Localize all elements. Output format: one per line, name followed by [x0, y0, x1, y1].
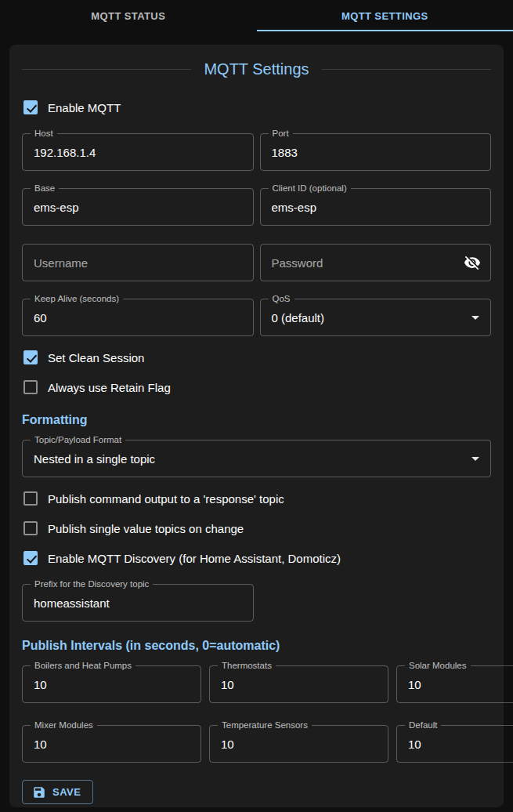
chevron-down-icon — [471, 457, 479, 461]
topic-format-select[interactable]: Topic/Payload Format Nested in a single … — [22, 440, 491, 477]
interval-mixer-input[interactable] — [23, 738, 201, 751]
retain-flag-row[interactable]: Always use Retain Flag — [22, 372, 491, 402]
publish-single-label: Publish single value topics on change — [48, 522, 244, 535]
base-input[interactable] — [23, 201, 253, 214]
enable-mqtt-checkbox[interactable] — [23, 100, 38, 114]
discovery-row[interactable]: Enable MQTT Discovery (for Home Assistan… — [22, 543, 491, 573]
discovery-prefix-field[interactable]: Prefix for the Discovery topic — [22, 584, 254, 622]
intervals-section-heading: Publish Intervals (in seconds, 0=automat… — [22, 639, 491, 653]
interval-default-field[interactable]: Default — [396, 725, 513, 763]
password-field[interactable] — [260, 244, 492, 281]
host-input[interactable] — [23, 146, 253, 159]
clean-session-label: Set Clean Session — [48, 351, 144, 364]
host-label: Host — [31, 129, 57, 139]
retain-flag-label: Always use Retain Flag — [48, 381, 171, 394]
keep-alive-field[interactable]: Keep Alive (seconds) — [22, 299, 254, 336]
keep-alive-label: Keep Alive (seconds) — [31, 294, 123, 304]
chevron-down-icon — [471, 316, 479, 320]
port-input[interactable] — [261, 146, 491, 159]
qos-label: QoS — [269, 294, 294, 304]
discovery-checkbox[interactable] — [23, 551, 38, 565]
password-input[interactable] — [261, 256, 464, 270]
interval-mixer-label: Mixer Modules — [31, 720, 97, 730]
interval-solar-label: Solar Modules — [405, 661, 471, 671]
page-title: MQTT Settings — [191, 60, 321, 78]
interval-solar-field[interactable]: Solar Modules — [396, 665, 513, 703]
interval-temperature-input[interactable] — [210, 738, 388, 751]
host-field[interactable]: Host — [22, 133, 254, 171]
title-divider-right — [322, 69, 491, 70]
publish-single-checkbox[interactable] — [23, 521, 38, 535]
save-button-label: SAVE — [52, 786, 81, 798]
interval-boilers-field[interactable]: Boilers and Heat Pumps — [22, 665, 201, 703]
interval-temperature-label: Temperature Sensors — [218, 720, 312, 730]
qos-select[interactable]: QoS 0 (default) — [260, 299, 492, 336]
publish-response-row[interactable]: Publish command output to a 'response' t… — [22, 484, 491, 513]
tab-mqtt-settings[interactable]: MQTT SETTINGS — [257, 0, 513, 31]
discovery-prefix-input[interactable] — [23, 596, 253, 610]
port-label: Port — [269, 129, 293, 139]
client-id-label: Client ID (optional) — [269, 183, 351, 194]
base-field[interactable]: Base — [22, 188, 254, 226]
interval-thermostats-field[interactable]: Thermostats — [209, 665, 388, 703]
publish-single-row[interactable]: Publish single value topics on change — [22, 513, 491, 543]
port-field[interactable]: Port — [260, 133, 492, 171]
publish-response-label: Publish command output to a 'response' t… — [48, 492, 284, 506]
username-input[interactable] — [23, 256, 253, 270]
save-icon — [32, 785, 46, 799]
interval-boilers-input[interactable] — [23, 678, 201, 691]
retain-flag-checkbox[interactable] — [23, 380, 38, 394]
enable-mqtt-row[interactable]: Enable MQTT — [22, 92, 491, 122]
save-button[interactable]: SAVE — [22, 780, 93, 804]
settings-panel: MQTT Settings Enable MQTT Host Port Base… — [9, 45, 504, 807]
interval-mixer-field[interactable]: Mixer Modules — [22, 725, 201, 763]
discovery-prefix-label: Prefix for the Discovery topic — [31, 579, 153, 589]
enable-mqtt-label: Enable MQTT — [48, 101, 121, 114]
client-id-input[interactable] — [261, 201, 491, 214]
interval-solar-input[interactable] — [397, 678, 513, 691]
formatting-section-heading: Formatting — [22, 413, 491, 427]
publish-response-checkbox[interactable] — [23, 491, 38, 506]
clean-session-checkbox[interactable] — [23, 350, 38, 364]
interval-default-label: Default — [405, 720, 441, 730]
interval-temperature-field[interactable]: Temperature Sensors — [209, 725, 388, 763]
tab-mqtt-status[interactable]: MQTT STATUS — [0, 0, 257, 31]
client-id-field[interactable]: Client ID (optional) — [260, 188, 492, 226]
visibility-off-icon[interactable] — [464, 254, 481, 271]
interval-boilers-label: Boilers and Heat Pumps — [31, 661, 135, 671]
interval-thermostats-label: Thermostats — [218, 661, 276, 671]
discovery-label: Enable MQTT Discovery (for Home Assistan… — [48, 552, 341, 565]
page-title-row: MQTT Settings — [22, 60, 491, 78]
base-label: Base — [31, 183, 59, 194]
title-divider-left — [22, 69, 191, 70]
interval-default-input[interactable] — [397, 738, 513, 751]
username-field[interactable] — [22, 244, 254, 281]
qos-value: 0 (default) — [261, 311, 472, 324]
tab-bar: MQTT STATUS MQTT SETTINGS — [0, 0, 513, 31]
interval-thermostats-input[interactable] — [210, 678, 388, 691]
topic-format-value: Nested in a single topic — [23, 452, 471, 466]
keep-alive-input[interactable] — [23, 311, 253, 324]
clean-session-row[interactable]: Set Clean Session — [22, 343, 491, 372]
topic-format-label: Topic/Payload Format — [31, 435, 125, 445]
